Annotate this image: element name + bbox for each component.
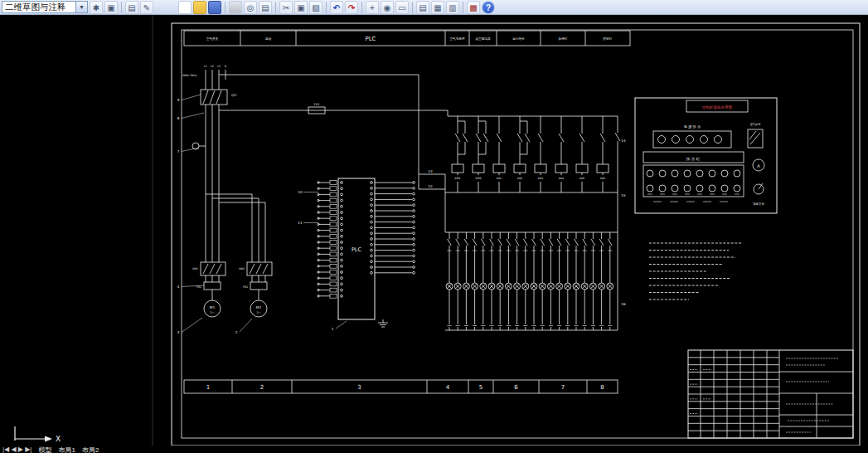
svg-text:380V 50Hz: 380V 50Hz bbox=[182, 74, 197, 77]
svg-text:KM2: KM2 bbox=[239, 267, 245, 270]
paste-icon[interactable]: ▧ bbox=[309, 1, 322, 14]
power-circuit: L1L2L3N380V 50HzQF1KM1KM2FR1FR2M13~M23~F… bbox=[182, 65, 448, 317]
sheet-set-manager-icon[interactable]: ▤ bbox=[125, 1, 138, 14]
publish-icon[interactable]: ▤ bbox=[259, 1, 272, 14]
svg-text:KA6: KA6 bbox=[600, 177, 605, 180]
toolbar-separator bbox=[225, 2, 225, 13]
header-table: 空气开关起动PLC空气系统停真空度选择运行指示备用灯照明灯 bbox=[184, 31, 630, 46]
svg-text:备用灯: 备用灯 bbox=[559, 37, 568, 41]
svg-text:L3: L3 bbox=[217, 65, 221, 68]
indicator-lamp-grid bbox=[445, 232, 618, 330]
new-file-icon[interactable] bbox=[178, 1, 192, 14]
svg-text:KA4: KA4 bbox=[559, 177, 564, 180]
svg-text:X: X bbox=[56, 435, 61, 443]
drawing-canvas[interactable]: 空气开关起动PLC空气系统停真空度选择运行指示备用灯照明灯 L1L2L3N380… bbox=[0, 0, 868, 453]
plot-icon[interactable] bbox=[229, 1, 242, 14]
svg-text:PLC: PLC bbox=[352, 246, 362, 253]
copy-icon[interactable]: ▣ bbox=[294, 1, 308, 14]
svg-text:KM1: KM1 bbox=[192, 267, 198, 270]
toolbar-separator bbox=[326, 2, 327, 13]
zoom-icon[interactable]: ◉ bbox=[381, 1, 394, 14]
svg-text:12: 12 bbox=[428, 184, 433, 188]
svg-text:7: 7 bbox=[177, 149, 180, 153]
svg-text:3~: 3~ bbox=[211, 311, 215, 314]
svg-text:KA3: KA3 bbox=[538, 177, 543, 180]
tab-model[interactable]: 模型 bbox=[38, 446, 51, 453]
svg-text:8: 8 bbox=[177, 116, 180, 120]
toolbar-separator bbox=[121, 2, 122, 13]
pan-icon[interactable]: + bbox=[366, 1, 379, 14]
svg-text:起动: 起动 bbox=[265, 37, 272, 41]
save-workspace-icon[interactable]: ▣ bbox=[104, 1, 118, 14]
statusbar: |◀ ◀ ▶ ▶| 模型 布局1 布局2 bbox=[0, 446, 868, 453]
notes-text-lines bbox=[649, 243, 742, 300]
svg-text:运行指示: 运行指示 bbox=[512, 37, 525, 41]
svg-text:6: 6 bbox=[514, 384, 518, 391]
ucs-icon: X bbox=[15, 426, 61, 443]
svg-text:转换开关: 转换开关 bbox=[753, 202, 764, 206]
top-toolbar: 二维草图与注释 ▾ ✱ ▣ ▤ ✎ ◎ ▤ ✂ ▣ ▧ ↶ ↷ + ◉ ▭ ▤ … bbox=[0, 0, 868, 15]
svg-text:KA5: KA5 bbox=[579, 177, 584, 180]
svg-text:2: 2 bbox=[235, 330, 238, 334]
workspace-dropdown-value: 二维草图与注释 bbox=[2, 2, 75, 13]
control-panel-layout: 控制柜面板布置图电 源 指 示空气开关指 示 灯A转换开关 bbox=[635, 98, 777, 213]
tab-layout2[interactable]: 布局2 bbox=[82, 446, 99, 453]
svg-text:L1: L1 bbox=[204, 65, 207, 68]
design-center-icon[interactable]: ▦ bbox=[431, 1, 444, 14]
svg-text:KA1: KA1 bbox=[497, 177, 502, 180]
tab-layout1[interactable]: 布局1 bbox=[58, 446, 75, 453]
svg-text:3: 3 bbox=[357, 384, 361, 391]
svg-text:15: 15 bbox=[621, 193, 626, 197]
cut-icon[interactable]: ✂ bbox=[279, 1, 293, 14]
svg-text:空气系统停: 空气系统停 bbox=[450, 37, 465, 41]
svg-text:10: 10 bbox=[298, 190, 303, 194]
title-block bbox=[688, 350, 853, 438]
properties-icon[interactable]: ▤ bbox=[416, 1, 429, 14]
svg-text:KM2: KM2 bbox=[476, 177, 482, 180]
svg-text:8: 8 bbox=[600, 384, 604, 391]
svg-text:1: 1 bbox=[206, 384, 210, 391]
svg-text:3~: 3~ bbox=[257, 311, 261, 314]
save-file-icon[interactable] bbox=[208, 1, 221, 14]
toolbar-separator bbox=[412, 2, 413, 13]
svg-text:空气开关: 空气开关 bbox=[750, 123, 762, 126]
redo-icon[interactable]: ↷ bbox=[345, 1, 358, 14]
help-icon[interactable]: ? bbox=[482, 1, 495, 14]
zone-ruler: 12345678 bbox=[184, 380, 618, 393]
svg-text:L2: L2 bbox=[211, 65, 214, 68]
svg-text:控制柜面板布置图: 控制柜面板布置图 bbox=[701, 105, 733, 110]
svg-text:2: 2 bbox=[260, 384, 264, 391]
svg-text:指 示 灯: 指 示 灯 bbox=[686, 157, 701, 162]
calculator-icon[interactable]: ▩ bbox=[467, 1, 480, 14]
markup-icon[interactable]: ✎ bbox=[140, 1, 153, 14]
svg-text:4: 4 bbox=[446, 384, 450, 391]
workspace-gear-icon[interactable]: ✱ bbox=[90, 1, 103, 14]
svg-text:KM1: KM1 bbox=[455, 177, 461, 180]
toolbar-separator bbox=[361, 2, 362, 13]
zoom-window-icon[interactable]: ▭ bbox=[395, 1, 409, 14]
open-file-icon[interactable] bbox=[193, 1, 206, 14]
svg-text:KA2: KA2 bbox=[517, 177, 522, 180]
tool-palettes-icon[interactable]: ▥ bbox=[446, 1, 459, 14]
undo-icon[interactable]: ↶ bbox=[330, 1, 343, 14]
svg-text:5: 5 bbox=[479, 384, 482, 391]
svg-text:A: A bbox=[757, 163, 760, 168]
svg-text:9: 9 bbox=[177, 98, 180, 102]
svg-text:7: 7 bbox=[561, 384, 565, 391]
svg-text:真空度选择: 真空度选择 bbox=[476, 37, 491, 41]
toolbar-separator bbox=[275, 2, 276, 13]
svg-text:M2: M2 bbox=[256, 305, 262, 309]
svg-text:M1: M1 bbox=[210, 305, 216, 309]
svg-text:电 源 指 示: 电 源 指 示 bbox=[684, 124, 701, 129]
svg-text:4: 4 bbox=[177, 285, 180, 289]
svg-text:FU1: FU1 bbox=[314, 103, 320, 106]
chevron-down-icon[interactable]: ▾ bbox=[75, 2, 87, 12]
svg-text:16: 16 bbox=[621, 302, 626, 306]
svg-text:11: 11 bbox=[298, 221, 303, 225]
svg-text:1: 1 bbox=[332, 327, 334, 331]
workspace-dropdown[interactable]: 二维草图与注释 ▾ bbox=[2, 1, 88, 13]
callout-numbers: 123478910111213141516 bbox=[177, 95, 626, 334]
plot-preview-icon[interactable]: ◎ bbox=[244, 1, 257, 14]
svg-text:PLC: PLC bbox=[365, 36, 376, 42]
layout-tab-nav-arrows[interactable]: |◀ ◀ ▶ ▶| bbox=[2, 446, 32, 453]
